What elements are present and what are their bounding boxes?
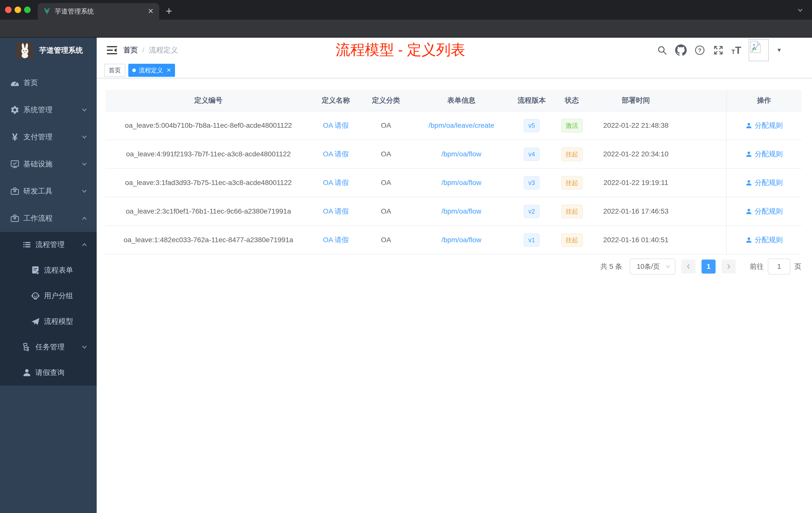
definition-category: OA [381, 236, 391, 244]
browser-tab[interactable]: 芋道管理系统 ✕ [38, 3, 159, 20]
goto-page-input[interactable] [768, 259, 790, 275]
breadcrumb-current: 流程定义 [149, 45, 178, 55]
window-close-button[interactable] [5, 6, 11, 13]
window-minimize-button[interactable] [14, 6, 21, 13]
sidebar-item-workflow[interactable]: 工作流程 [0, 205, 97, 232]
window-zoom-button[interactable] [24, 6, 31, 13]
column-header-2: 定义分类 [360, 90, 412, 111]
tag-home[interactable]: 首页 [104, 64, 125, 77]
column-header-4: 流程版本 [511, 90, 552, 111]
form-icon [31, 266, 40, 275]
github-icon[interactable] [675, 44, 687, 56]
next-page-button[interactable] [722, 260, 736, 274]
definition-name-link[interactable]: OA 请假 [323, 150, 349, 158]
gear-icon [10, 105, 20, 115]
send-icon [31, 317, 40, 326]
new-tab-button[interactable]: + [166, 5, 172, 17]
assign-rule-label: 分配规则 [755, 235, 783, 245]
sidebar-item-label: 用户分组 [44, 291, 97, 301]
sidebar-item-process-model[interactable]: 流程模型 [0, 309, 97, 334]
sidebar-item-task-management[interactable]: 任务管理 [0, 334, 97, 360]
column-header-1: 定义名称 [311, 90, 360, 111]
screen: 芋道管理系统 ✕ + 不安全 dashboard.yudao.iocoder.c… [0, 0, 812, 513]
definition-name-link[interactable]: OA 请假 [323, 236, 349, 244]
form-link[interactable]: /bpm/oa/flow [441, 179, 481, 186]
tag-process-definition[interactable]: 流程定义 ✕ [128, 64, 175, 77]
sidebar-app-title: 芋道管理系统 [39, 46, 83, 56]
deploy-time: 2022-01-16 17:46:53 [603, 207, 669, 215]
form-link[interactable]: /bpm/oa/flow [441, 150, 481, 158]
briefcase-icon [10, 186, 20, 196]
chevron-down-icon [81, 134, 88, 140]
fullscreen-icon[interactable] [713, 45, 724, 56]
font-size-icon[interactable]: TT [731, 46, 741, 54]
help-question-icon[interactable]: ? [694, 45, 705, 56]
row-filler [680, 140, 726, 169]
sidebar-item-system-management[interactable]: 系统管理 [0, 96, 97, 123]
status-badge: 挂起 [561, 205, 583, 218]
sidebar-item-payment-management[interactable]: ¥支付管理 [0, 123, 97, 151]
sidebar-logo-row[interactable]: 芋道管理系统 [0, 38, 97, 63]
chevron-down-icon [81, 344, 88, 350]
sidebar-item-process-management[interactable]: 流程管理 [0, 232, 97, 258]
tag-close-icon[interactable]: ✕ [167, 67, 171, 73]
sidebar-item-infrastructure[interactable]: 基础设施 [0, 151, 97, 178]
sidebar-item-dev-tools[interactable]: 研发工具 [0, 178, 97, 205]
form-link[interactable]: /bpm/oa/flow [441, 207, 481, 215]
definition-name-link[interactable]: OA 请假 [323, 121, 349, 129]
page-number-1[interactable]: 1 [701, 260, 716, 274]
chevron-up-icon [81, 215, 88, 221]
definition-name-link[interactable]: OA 请假 [323, 207, 349, 215]
search-icon[interactable] [657, 45, 668, 56]
breadcrumb-home[interactable]: 首页 [123, 45, 138, 55]
favicon-plant-icon [43, 7, 51, 15]
sidebar-item-process-form[interactable]: 流程表单 [0, 258, 97, 283]
assign-rule-label: 分配规则 [755, 178, 783, 187]
avatar-dropdown-caret-icon[interactable]: ▼ [776, 47, 782, 54]
user-avatar[interactable] [749, 39, 769, 61]
tag-process-definition-label: 流程定义 [139, 66, 163, 74]
chevron-down-icon [81, 107, 88, 113]
table-header-filler [680, 90, 726, 111]
sidebar-collapse-hamburger-icon[interactable] [106, 45, 118, 56]
assign-rule-button[interactable]: 分配规则 [727, 169, 802, 197]
prev-page-button[interactable] [682, 260, 696, 274]
browser-tab-strip: 芋道管理系统 ✕ + [0, 0, 812, 20]
page-size-select[interactable]: 10条/页 [630, 259, 675, 275]
status-badge: 激活 [561, 119, 583, 132]
definition-table: 定义编号定义名称定义分类表单信息流程版本状态部署时间操作 oa_leave:5:… [106, 90, 802, 254]
assign-rule-button[interactable]: 分配规则 [727, 112, 802, 140]
table-header-row: 定义编号定义名称定义分类表单信息流程版本状态部署时间操作 [106, 90, 802, 111]
status-badge: 挂起 [561, 176, 583, 190]
sidebar-item-user-group[interactable]: 用户分组 [0, 283, 97, 309]
pagination-total: 共 5 条 [600, 262, 622, 271]
sidebar-item-label: 任务管理 [35, 342, 81, 352]
sidebar-item-leave-query[interactable]: 请假查询 [0, 360, 97, 386]
tab-close-icon[interactable]: ✕ [148, 8, 154, 15]
task-icon [22, 342, 32, 352]
select-chevron-down-icon [665, 264, 671, 270]
person-icon [746, 179, 752, 186]
page-size-value: 10条/页 [637, 262, 660, 271]
table-row: oa_leave:4:991f2193-7b7f-11ec-a3c8-acde4… [106, 140, 802, 169]
column-header-5: 状态 [552, 90, 591, 111]
sidebar-item-label: 支付管理 [23, 132, 81, 142]
assign-rule-button[interactable]: 分配规则 [727, 226, 802, 254]
sidebar-item-home[interactable]: 首页 [0, 69, 97, 96]
form-link[interactable]: /bpm/oa/flow [441, 236, 481, 244]
row-filler [680, 197, 726, 225]
row-filler [680, 111, 726, 140]
tag-home-label: 首页 [109, 66, 121, 74]
page-unit-label: 页 [794, 262, 802, 271]
table-row: oa_leave:5:004b710b-7b8a-11ec-8ef0-acde4… [106, 111, 802, 140]
logo-rabbit-avatar [17, 42, 33, 59]
definition-name-link[interactable]: OA 请假 [323, 179, 349, 186]
form-link[interactable]: /bpm/oa/leave/create [429, 121, 494, 129]
version-badge: v5 [524, 119, 539, 132]
assign-rule-button[interactable]: 分配规则 [727, 197, 802, 225]
monitor-icon [10, 159, 20, 169]
main-area: 首页 / 流程定义 流程模型 - 定义列表 ? TT [97, 38, 812, 513]
assign-rule-button[interactable]: 分配规则 [727, 140, 802, 168]
sidebar-item-label: 工作流程 [23, 213, 81, 223]
tab-search-chevron-icon[interactable] [796, 6, 804, 14]
